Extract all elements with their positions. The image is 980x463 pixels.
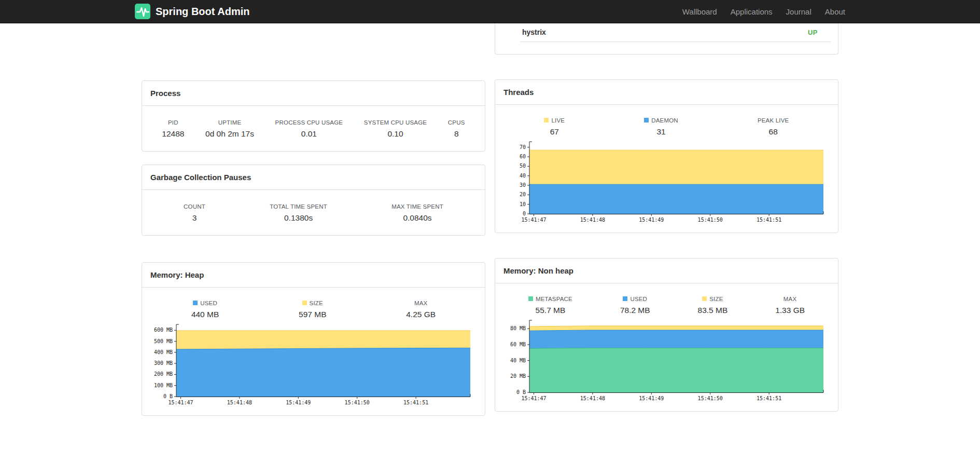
stat-process-cpu-usage-label: PROCESS CPU USAGE — [275, 119, 343, 126]
stat-metaspace-label: METASPACE — [528, 296, 572, 302]
stat-nonheap-size: SIZE 83.5 MB — [698, 296, 728, 315]
stat-cpus-label: CPUS — [448, 119, 465, 126]
stat-nonheap-used-value: 78.2 MB — [620, 306, 650, 315]
svg-text:15:41:50: 15:41:50 — [345, 400, 370, 405]
stat-metaspace-value: 55.7 MB — [528, 306, 572, 315]
stat-cpus: CPUS 8 — [448, 119, 465, 139]
memory-non-heap-panel-title: Memory: Non heap — [495, 258, 838, 283]
heap-legend: USED 440 MB SIZE 597 MB MAX 4.25 GB — [142, 288, 485, 322]
stat-uptime-value: 0d 0h 2m 17s — [205, 129, 254, 139]
stat-system-cpu-usage-label: SYSTEM CPU USAGE — [364, 119, 427, 126]
svg-text:15:41:48: 15:41:48 — [580, 396, 605, 401]
daemon-legend-swatch — [644, 118, 649, 122]
brand-title: Spring Boot Admin — [156, 6, 249, 18]
stat-daemon-value: 31 — [644, 127, 678, 137]
stat-uptime-label: UPTIME — [205, 119, 254, 126]
left-column: Process PID 12488 UPTIME 0d 0h 2m 17s PR… — [142, 23, 485, 416]
threads-chart: 01020304050607015:41:4715:41:4815:41:491… — [500, 141, 829, 226]
heap-memory-chart: 0 B100 MB200 MB300 MB400 MB500 MB600 MB1… — [147, 323, 475, 409]
stat-heap-max-label: MAX — [406, 300, 436, 306]
application-status-badge: UP — [808, 29, 818, 36]
stat-peak-live-value: 68 — [758, 127, 789, 137]
svg-text:15:41:48: 15:41:48 — [580, 217, 605, 223]
svg-text:100 MB: 100 MB — [154, 383, 173, 388]
nonheap-used-legend-swatch — [623, 296, 627, 301]
brand-link[interactable]: Spring Boot Admin — [135, 4, 249, 19]
svg-text:0: 0 — [523, 211, 526, 216]
stat-live-value: 67 — [544, 127, 565, 137]
stat-heap-max-value: 4.25 GB — [406, 310, 436, 319]
svg-text:300 MB: 300 MB — [154, 360, 173, 366]
svg-text:50: 50 — [520, 163, 526, 169]
svg-text:40: 40 — [520, 173, 526, 179]
svg-text:15:41:50: 15:41:50 — [698, 217, 723, 223]
garbage-collection-panel: Garbage Collection Pauses COUNT 3 TOTAL … — [142, 165, 485, 236]
svg-text:60 MB: 60 MB — [510, 342, 526, 347]
stat-nonheap-size-value: 83.5 MB — [698, 306, 728, 315]
stat-process-cpu-usage: PROCESS CPU USAGE 0.01 — [275, 119, 343, 139]
stat-heap-used: USED 440 MB — [191, 300, 219, 319]
nav-about[interactable]: About — [825, 7, 845, 16]
svg-text:15:41:47: 15:41:47 — [521, 217, 546, 223]
svg-text:30: 30 — [520, 182, 526, 188]
stat-heap-used-value: 440 MB — [191, 310, 219, 319]
stat-total-time-spent-label: TOTAL TIME SPENT — [270, 203, 327, 210]
svg-text:70: 70 — [520, 144, 526, 150]
stat-live: LIVE 67 — [544, 117, 565, 137]
navbar: Spring Boot Admin Wallboard Applications… — [0, 0, 980, 23]
nonheap-size-legend-swatch — [702, 296, 707, 301]
svg-text:15:41:51: 15:41:51 — [757, 217, 781, 223]
stat-cpus-value: 8 — [448, 129, 465, 139]
svg-text:80 MB: 80 MB — [510, 325, 526, 331]
main-content: Process PID 12488 UPTIME 0d 0h 2m 17s PR… — [142, 23, 838, 416]
threads-panel: Threads LIVE 67 DAEMON 31 PEAK LIVE 68 0… — [495, 79, 838, 233]
svg-text:10: 10 — [520, 201, 526, 207]
stat-total-time-spent: TOTAL TIME SPENT 0.1380s — [270, 203, 327, 223]
threads-legend: LIVE 67 DAEMON 31 PEAK LIVE 68 — [495, 105, 838, 140]
application-row-hystrix[interactable]: hystrix UP — [520, 23, 831, 42]
svg-text:15:41:47: 15:41:47 — [168, 400, 193, 405]
svg-text:15:41:50: 15:41:50 — [698, 396, 723, 401]
stat-heap-used-label: USED — [191, 300, 219, 306]
nav-links: Wallboard Applications Journal About — [682, 7, 845, 16]
stat-max-time-spent-label: MAX TIME SPENT — [391, 203, 443, 210]
gc-stats: COUNT 3 TOTAL TIME SPENT 0.1380s MAX TIM… — [142, 190, 485, 235]
stat-max-time-spent: MAX TIME SPENT 0.0840s — [391, 203, 443, 223]
svg-text:20: 20 — [520, 192, 526, 197]
svg-text:500 MB: 500 MB — [154, 338, 173, 344]
stat-live-label: LIVE — [544, 117, 565, 124]
spring-boot-admin-logo-icon — [135, 4, 150, 19]
stat-nonheap-max-value: 1.33 GB — [775, 306, 805, 315]
stat-heap-size: SIZE 597 MB — [299, 300, 326, 319]
stat-nonheap-used: USED 78.2 MB — [620, 296, 650, 315]
process-stats: PID 12488 UPTIME 0d 0h 2m 17s PROCESS CP… — [142, 106, 485, 151]
right-column: hystrix UP Threads LIVE 67 DAEMON 31 PEA… — [495, 23, 838, 412]
stat-peak-live-label: PEAK LIVE — [758, 117, 789, 124]
stat-nonheap-max: MAX 1.33 GB — [775, 296, 805, 315]
svg-text:0 B: 0 B — [163, 393, 173, 399]
nav-journal[interactable]: Journal — [786, 7, 811, 16]
svg-text:0 B: 0 B — [516, 389, 526, 395]
svg-text:60: 60 — [520, 154, 526, 159]
stat-daemon: DAEMON 31 — [644, 117, 678, 137]
process-panel-title: Process — [142, 81, 485, 106]
stat-nonheap-max-label: MAX — [775, 296, 805, 302]
stat-heap-size-value: 597 MB — [299, 310, 326, 319]
stat-metaspace: METASPACE 55.7 MB — [528, 296, 572, 315]
nav-wallboard[interactable]: Wallboard — [682, 7, 717, 16]
applications-status-panel: hystrix UP — [495, 23, 838, 55]
svg-text:15:41:49: 15:41:49 — [639, 217, 664, 223]
memory-heap-panel: Memory: Heap USED 440 MB SIZE 597 MB MAX… — [142, 262, 485, 416]
nav-applications[interactable]: Applications — [731, 7, 773, 16]
stat-nonheap-used-label: USED — [620, 296, 650, 302]
stat-count-label: COUNT — [184, 203, 205, 210]
svg-text:15:41:51: 15:41:51 — [757, 396, 781, 401]
stat-system-cpu-usage-value: 0.10 — [364, 129, 427, 139]
svg-text:15:41:48: 15:41:48 — [227, 400, 252, 405]
stat-count: COUNT 3 — [184, 203, 205, 223]
stat-total-time-spent-value: 0.1380s — [270, 213, 327, 223]
svg-text:200 MB: 200 MB — [154, 371, 173, 377]
stat-heap-size-label: SIZE — [299, 300, 326, 306]
svg-text:15:41:49: 15:41:49 — [286, 400, 311, 405]
stat-daemon-label: DAEMON — [644, 117, 678, 124]
